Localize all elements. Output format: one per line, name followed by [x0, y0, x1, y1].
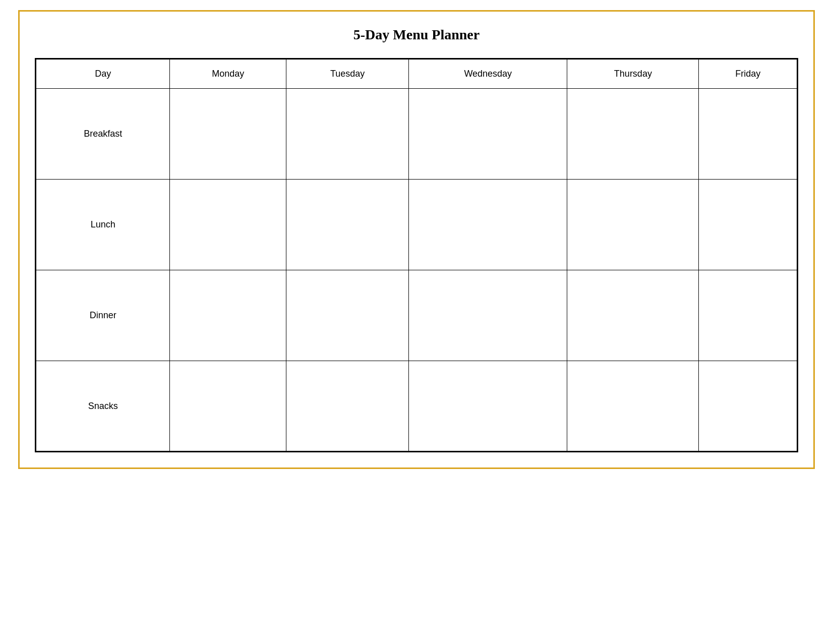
table-row: Lunch	[36, 180, 798, 270]
cell-snacks-friday[interactable]	[699, 361, 798, 452]
header-monday: Monday	[170, 59, 286, 89]
row-label-lunch[interactable]: Lunch	[36, 180, 170, 270]
cell-breakfast-tuesday[interactable]	[286, 89, 409, 180]
cell-snacks-wednesday[interactable]	[409, 361, 567, 452]
meal-label-lunch: Lunch	[91, 219, 115, 229]
table-row: Dinner	[36, 270, 798, 361]
page-title: 5-Day Menu Planner	[35, 27, 798, 43]
cell-lunch-monday[interactable]	[170, 180, 286, 270]
meal-label-breakfast: Breakfast	[84, 129, 122, 139]
header-day: Day	[36, 59, 170, 89]
table-row: Breakfast	[36, 89, 798, 180]
cell-dinner-monday[interactable]	[170, 270, 286, 361]
header-thursday: Thursday	[567, 59, 699, 89]
cell-dinner-thursday[interactable]	[567, 270, 699, 361]
cell-breakfast-friday[interactable]	[699, 89, 798, 180]
cell-dinner-tuesday[interactable]	[286, 270, 409, 361]
cell-dinner-wednesday[interactable]	[409, 270, 567, 361]
cell-breakfast-thursday[interactable]	[567, 89, 699, 180]
header-row: Day Monday Tuesday Wednesday Thursday Fr…	[36, 59, 798, 89]
header-tuesday: Tuesday	[286, 59, 409, 89]
row-label-breakfast[interactable]: Breakfast	[36, 89, 170, 180]
cell-breakfast-wednesday[interactable]	[409, 89, 567, 180]
page-wrapper: 5-Day Menu Planner Day Monday Tuesday We…	[18, 10, 815, 469]
cell-snacks-tuesday[interactable]	[286, 361, 409, 452]
row-label-snacks[interactable]: Snacks	[36, 361, 170, 452]
cell-lunch-friday[interactable]	[699, 180, 798, 270]
cell-dinner-friday[interactable]	[699, 270, 798, 361]
cell-lunch-thursday[interactable]	[567, 180, 699, 270]
table-row: Snacks	[36, 361, 798, 452]
meal-label-dinner: Dinner	[90, 310, 116, 320]
meal-label-snacks: Snacks	[88, 401, 118, 411]
row-label-dinner[interactable]: Dinner	[36, 270, 170, 361]
header-friday: Friday	[699, 59, 798, 89]
cell-lunch-wednesday[interactable]	[409, 180, 567, 270]
cell-lunch-tuesday[interactable]	[286, 180, 409, 270]
cell-snacks-monday[interactable]	[170, 361, 286, 452]
cell-breakfast-monday[interactable]	[170, 89, 286, 180]
planner-table: Day Monday Tuesday Wednesday Thursday Fr…	[35, 58, 798, 452]
cell-snacks-thursday[interactable]	[567, 361, 699, 452]
header-wednesday: Wednesday	[409, 59, 567, 89]
